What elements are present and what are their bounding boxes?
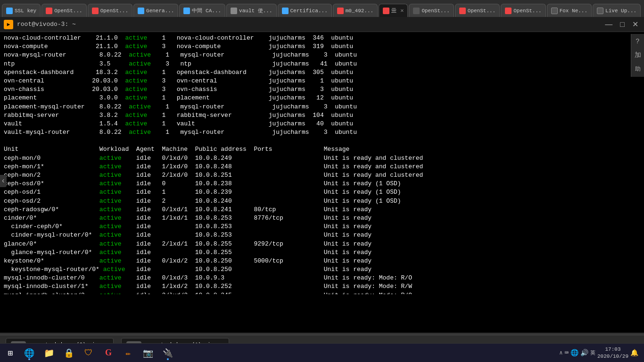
security-icon: 🔒 (64, 348, 74, 358)
start-icon: ⊞ (8, 348, 13, 358)
maximize-button[interactable]: □ (618, 20, 627, 29)
tab-label: Certifica... (290, 8, 328, 14)
typora-icon: ✏ (126, 348, 131, 358)
tab-active[interactable]: 亖 ✕ (379, 4, 408, 17)
terminal-icon: ▶ (4, 20, 13, 29)
tab-label: m0_492... (346, 8, 373, 14)
tab-label: OpenSt... (100, 8, 128, 14)
tab-favicon (413, 8, 420, 14)
help-icon[interactable]: ? (636, 38, 639, 45)
tab-label: Genera... (146, 8, 174, 14)
taskbar-explorer[interactable]: 📁 (40, 345, 58, 362)
taskbar-camera[interactable]: 📷 (139, 345, 157, 362)
tab-favicon (138, 8, 144, 14)
tab-label: vault 使... (239, 7, 272, 14)
help-zh-icon[interactable]: 助 (635, 65, 641, 73)
tab-favicon (92, 8, 99, 14)
taskbar-show-hidden[interactable]: ∧ (559, 349, 562, 356)
new-tab-button[interactable]: + (642, 8, 644, 17)
tab-openst3[interactable]: OpenSt... (409, 4, 454, 17)
tab-foxnew[interactable]: Fox Ne... (547, 4, 592, 17)
tab-label: OpenSt... (54, 8, 82, 14)
tab-m0[interactable]: m0_492... (333, 4, 378, 17)
explorer-icon: 📁 (44, 348, 54, 358)
taskbar-keyboard-icon: ⌨ (565, 349, 569, 357)
add-icon[interactable]: 加 (635, 51, 641, 59)
tab-zhongca[interactable]: 中間 CA... (179, 4, 225, 17)
filezilla-icon: 🔌 (163, 348, 173, 358)
camera-icon: 📷 (143, 348, 153, 358)
tab-favicon (505, 8, 512, 14)
tab-genera[interactable]: Genera... (133, 4, 178, 17)
taskbar-right: ∧ ⌨ 🌐 🔊 英 17:03 2020/10/29 🔔 (559, 346, 642, 360)
taskbar-edge[interactable]: 🌐 (20, 345, 39, 362)
tab-openst1[interactable]: OpenSt... (41, 4, 86, 17)
taskbar-app-g[interactable]: G (99, 345, 118, 362)
clock-time: 17:03 (597, 346, 628, 353)
taskbar-typora[interactable]: ✏ (119, 345, 138, 362)
tab-label: Live Up... (605, 8, 636, 14)
tab-favicon (231, 8, 237, 14)
tab-favicon (383, 8, 389, 14)
taskbar-clock: 17:03 2020/10/29 (597, 346, 628, 360)
app-g-icon: G (105, 348, 112, 358)
terminal-content: nova-cloud-controller 21.1.0 active 1 no… (0, 32, 644, 294)
taskbar-network-icon: 🌐 (570, 349, 578, 357)
tab-favicon (46, 8, 52, 14)
tab-favicon (282, 8, 289, 14)
tab-openst2[interactable]: OpenSt... (88, 4, 132, 17)
left-nav-arrow[interactable]: ‹ (0, 175, 7, 187)
terminal-text: nova-cloud-controller 21.1.0 active 1 no… (4, 34, 640, 294)
tab-favicon (6, 8, 13, 14)
tab-label: Fox Ne... (560, 8, 587, 14)
taskbar: ⊞ 🌐 📁 🔒 🛡 G ✏ 📷 🔌 ∧ ⌨ 🌐 🔊 英 17:03 2020/1… (0, 343, 644, 362)
right-sidebar: ? 加 助 (631, 34, 644, 77)
notification-icon[interactable]: 🔔 (630, 349, 638, 357)
terminal-titlebar: ▶ root@vivodo-3: ~ — □ ✕ (0, 17, 644, 32)
tab-favicon (459, 8, 466, 14)
titlebar-title: root@vivodo-3: ~ (17, 21, 76, 28)
window-controls: — □ ✕ (603, 20, 640, 29)
taskbar-lang-indicator: 英 (590, 349, 595, 356)
taskbar-defender[interactable]: 🛡 (79, 345, 98, 362)
tab-label: 中間 CA... (192, 7, 221, 14)
tab-favicon (597, 8, 603, 14)
taskbar-security[interactable]: 🔒 (59, 345, 78, 362)
tab-openst5[interactable]: OpenSt... (501, 4, 545, 17)
tab-favicon (337, 8, 344, 14)
tab-label: 亖 (391, 7, 396, 14)
tab-label: SSL key (15, 8, 36, 14)
close-button[interactable]: ✕ (630, 20, 640, 29)
tab-label: OpenSt... (513, 8, 541, 14)
taskbar-filezilla[interactable]: 🔌 (158, 345, 177, 362)
start-button[interactable]: ⊞ (2, 345, 19, 362)
tab-favicon (183, 8, 190, 14)
taskbar-volume-icon: 🔊 (580, 349, 588, 357)
tab-liveup[interactable]: Live Up... (593, 4, 641, 17)
tab-close-icon[interactable]: ✕ (400, 7, 404, 14)
defender-icon: 🛡 (84, 348, 93, 358)
tab-label: OpenSt... (468, 8, 495, 14)
tab-openst4[interactable]: OpenSt... (455, 4, 500, 17)
tab-vault[interactable]: vault 使... (226, 4, 276, 17)
clock-date: 2020/10/29 (597, 353, 628, 360)
tab-ssl[interactable]: SSL key (2, 4, 41, 17)
tab-cert[interactable]: Certifica... (278, 4, 332, 17)
edge-icon: 🌐 (24, 348, 34, 358)
browser-tabsbar[interactable]: SSL key OpenSt... OpenSt... Genera... 中間… (0, 0, 644, 17)
tab-label: OpenSt... (421, 8, 449, 14)
tab-favicon (551, 8, 558, 14)
minimize-button[interactable]: — (603, 20, 614, 29)
